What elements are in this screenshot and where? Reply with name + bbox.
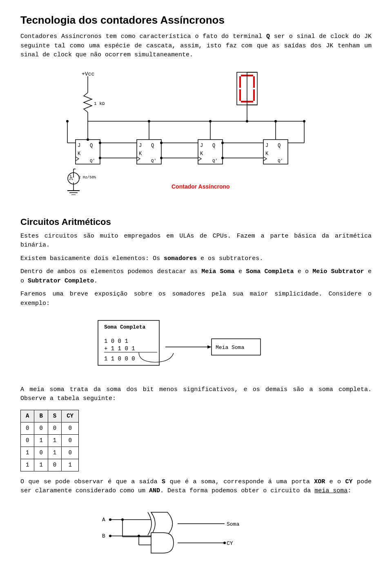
svg-text:Q: Q <box>212 143 215 149</box>
XOR-label: XOR <box>314 478 325 485</box>
intro-paragraph: Contadores Assíncronos tem como caracter… <box>20 32 372 60</box>
svg-text:Q: Q <box>90 143 93 149</box>
svg-text:Q': Q' <box>212 158 218 163</box>
svg-text:K: K <box>139 151 142 157</box>
ff4: J K Q Q' <box>263 140 288 164</box>
svg-point-53 <box>209 120 212 122</box>
table-cell-r3c1: 1 <box>34 459 48 471</box>
meia-soma-circuit-svg: A B Soma CY <box>98 504 294 557</box>
svg-text:K: K <box>265 151 269 157</box>
svg-point-45 <box>160 157 163 159</box>
and-gate <box>151 533 174 553</box>
svg-point-41 <box>99 157 101 159</box>
resistor-label: 1 kΩ <box>94 101 105 106</box>
Q-terminal-label: Q <box>266 33 270 40</box>
svg-text:K: K <box>200 151 203 157</box>
table-cell-r3c2: 0 <box>48 459 61 471</box>
ff3: J K Q Q' <box>198 140 223 164</box>
table-cell-r0c2: 0 <box>48 422 61 434</box>
table-cell-r1c2: 1 <box>48 434 61 447</box>
svg-point-34 <box>87 138 89 141</box>
input-B-label: B <box>102 533 105 539</box>
table-cell-r0c0: 0 <box>21 422 34 434</box>
meia-soma-label: Meia Soma <box>201 268 234 275</box>
table-cell-r2c3: 0 <box>62 447 79 459</box>
svg-point-39 <box>99 142 101 144</box>
table-cell-r0c1: 0 <box>34 422 48 434</box>
S-label: S <box>162 478 165 485</box>
page-title: Tecnologia dos contadores Assíncronos <box>20 12 372 28</box>
xor-gate <box>148 512 173 535</box>
section2-p3: Dentro de ambos os elementos podemos des… <box>20 267 372 286</box>
col-header-S: S <box>48 410 61 422</box>
table-header-row: A B S CY <box>21 410 79 422</box>
svg-point-49 <box>221 157 224 159</box>
table-cell-r1c0: 0 <box>21 434 34 447</box>
col-header-A: A <box>21 410 34 422</box>
soma-diagram-container: Soma Completa 1 0 0 1 + 1 1 0 1 1 1 0 0 … <box>20 316 372 377</box>
svg-text:J: J <box>265 143 268 149</box>
circuit-svg: +Vcc 1 kΩ <box>41 68 351 207</box>
table-cell-r1c1: 1 <box>34 434 48 447</box>
table-row: 1010 <box>21 447 79 459</box>
cy-output-label: CY <box>227 540 233 547</box>
svg-point-43 <box>160 142 163 144</box>
contador-assincrono-label: Contador Assíncrono <box>172 183 230 190</box>
meio-subtrator-label: Meio Subtrator <box>312 268 364 275</box>
section2-p4: Faremos uma breve exposição sobre os som… <box>20 290 372 308</box>
async-counter-diagram: +Vcc 1 kΩ <box>20 68 372 207</box>
input-A-label: A <box>102 517 105 523</box>
svg-text:K: K <box>78 151 81 157</box>
section2-p5: A meia soma trata da soma dos bit menos … <box>20 385 372 404</box>
meia-soma-circuit-container: A B Soma CY <box>20 504 372 561</box>
svg-marker-72 <box>207 345 212 349</box>
svg-text:Q': Q' <box>90 158 95 163</box>
section2-p1: Estes circuitos são muito empregados em … <box>20 232 372 250</box>
svg-text:+: + <box>69 174 71 178</box>
soma-completa-label: Soma Completa <box>246 268 294 275</box>
svg-text:Q': Q' <box>278 158 283 163</box>
binary-line1: 1 0 0 1 <box>104 338 128 345</box>
svg-text:Q: Q <box>151 143 154 149</box>
table-cell-r3c0: 1 <box>21 459 34 471</box>
col-header-CY: CY <box>62 410 79 422</box>
subtrator-completo-label: Subtrator Completo <box>28 278 94 284</box>
truth-table: A B S CY 0000011010101101 <box>20 410 79 471</box>
soma-svg: Soma Completa 1 0 0 1 + 1 1 0 1 1 1 0 0 … <box>94 316 298 373</box>
svg-text:J: J <box>78 143 80 149</box>
svg-text:J: J <box>139 143 142 149</box>
meia-soma-box-label: Meia Soma <box>216 345 244 351</box>
somadores-label: somadores <box>164 255 197 262</box>
table-cell-r1c3: 0 <box>62 434 79 447</box>
table-cell-r2c0: 1 <box>21 447 34 459</box>
binary-line3: 1 1 0 0 0 <box>104 356 135 362</box>
table-row: 1101 <box>21 459 79 471</box>
truth-table-body: 0000011010101101 <box>21 422 79 471</box>
svg-text:J: J <box>200 143 203 149</box>
svg-point-47 <box>221 142 224 144</box>
vcc-label: +Vcc <box>82 71 94 77</box>
section2-p6: O que se pode observar é que a saída S q… <box>20 478 372 496</box>
soma-completa-box-label: Soma Completa <box>104 324 146 330</box>
table-cell-r3c3: 1 <box>62 459 79 471</box>
svg-point-80 <box>223 542 226 544</box>
clock-freq-label: 2 Hz/50% <box>78 176 96 180</box>
section2-title: Circuitos Aritméticos <box>20 215 372 229</box>
svg-text:Q': Q' <box>151 158 156 163</box>
AND-label: AND <box>149 487 160 494</box>
svg-point-37 <box>66 120 69 122</box>
ff1: J K Q Q' <box>76 140 100 164</box>
col-header-B: B <box>34 410 48 422</box>
CY-label: CY <box>345 478 353 485</box>
table-row: 0000 <box>21 422 79 434</box>
svg-text:Q: Q <box>278 143 281 149</box>
table-cell-r2c2: 1 <box>48 447 61 459</box>
ff2: J K Q Q' <box>137 140 161 164</box>
meia-soma-ref: meia soma <box>314 487 347 494</box>
binary-line2: + 1 1 0 1 <box>104 345 135 352</box>
svg-point-51 <box>148 120 150 122</box>
table-cell-r2c1: 0 <box>34 447 48 459</box>
table-cell-r0c3: 0 <box>62 422 79 434</box>
soma-output-label: Soma <box>227 521 239 527</box>
table-row: 0110 <box>21 434 79 447</box>
